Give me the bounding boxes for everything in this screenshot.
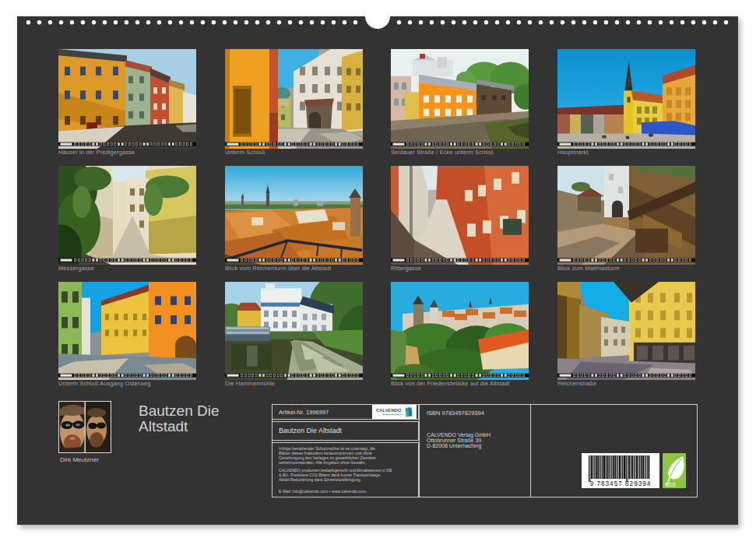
svg-text:eco: eco [665,480,676,488]
svg-text:9 783457 829394: 9 783457 829394 [590,480,652,487]
svg-text:CALVENDO: CALVENDO [376,408,402,413]
